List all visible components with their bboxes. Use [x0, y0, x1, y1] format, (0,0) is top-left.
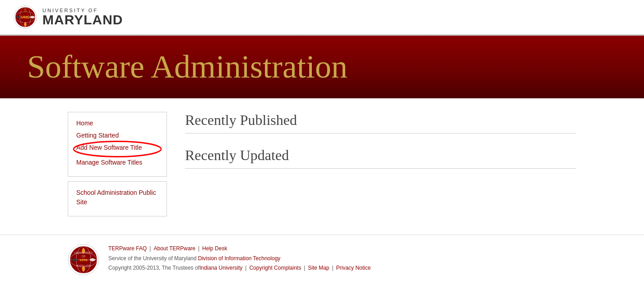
footer-copyright-complaints-link[interactable]: Copyright Complaints — [249, 263, 301, 273]
footer-sep-5: | — [332, 263, 334, 273]
footer-site-map-link[interactable]: Site Map — [308, 263, 329, 273]
umd-logo-icon: UMD — [14, 5, 37, 29]
footer-about-terpware-link[interactable]: About TERPware — [153, 244, 195, 254]
footer-copyright-text: Copyright 2005-2013, The Trustees of — [108, 263, 199, 273]
footer-indiana-link[interactable]: Indiana University — [199, 263, 242, 273]
recently-updated-section: Recently Updated — [185, 147, 576, 169]
footer-logo-icon: UNIVERSITY OF 1856 MARYLAND — [68, 244, 99, 276]
header: UMD UNIVERSITY OF MARYLAND — [0, 0, 644, 36]
sidebar: Home Getting Started Add New Software Ti… — [68, 112, 167, 221]
footer-sep-3: | — [245, 263, 246, 273]
nav-box-secondary: School Administration Public Site — [68, 181, 167, 216]
footer-copyright-line: Copyright 2005-2013, The Trustees of Ind… — [108, 263, 371, 273]
footer: UNIVERSITY OF 1856 MARYLAND TERPware FAQ… — [0, 234, 644, 285]
recently-published-title: Recently Published — [185, 112, 576, 133]
footer-service-line: Service of the University of Maryland Di… — [108, 254, 371, 264]
svg-text:MARYLAND: MARYLAND — [76, 264, 91, 267]
nav-home[interactable]: Home — [76, 119, 158, 128]
header-title-block: UNIVERSITY OF MARYLAND — [42, 8, 123, 27]
nav-manage-software[interactable]: Manage Software Titles — [76, 158, 158, 167]
footer-service-text: Service of the University of Maryland — [108, 255, 196, 262]
recently-updated-title: Recently Updated — [185, 147, 576, 169]
nav-add-new-software[interactable]: Add New Software Title — [76, 143, 142, 152]
footer-help-desk-link[interactable]: Help Desk — [202, 244, 227, 254]
footer-terpware-faq-link[interactable]: TERPware FAQ — [108, 244, 147, 254]
footer-links-row1: TERPware FAQ | About TERPware | Help Des… — [108, 244, 371, 254]
content-area: Recently Published Recently Updated — [185, 112, 576, 221]
footer-sep-1: | — [149, 244, 151, 254]
footer-division-it-link[interactable]: Division of Information Technology — [198, 255, 281, 262]
footer-sep-2: | — [198, 244, 199, 254]
header-maryland: MARYLAND — [42, 13, 123, 27]
svg-text:1856: 1856 — [79, 258, 88, 262]
svg-text:OF: OF — [81, 255, 86, 258]
banner: Software Administration — [0, 36, 644, 98]
svg-text:UMD: UMD — [21, 15, 30, 19]
footer-privacy-link[interactable]: Privacy Notice — [336, 263, 371, 273]
nav-getting-started[interactable]: Getting Started — [76, 131, 158, 140]
footer-sep-4: | — [304, 263, 305, 273]
recently-published-section: Recently Published — [185, 112, 576, 133]
nav-box-main: Home Getting Started Add New Software Ti… — [68, 112, 167, 177]
banner-title: Software Administration — [27, 48, 617, 86]
nav-school-admin[interactable]: School Administration Public Site — [76, 188, 158, 207]
main-content: Home Getting Started Add New Software Ti… — [0, 98, 644, 234]
logo-area: UMD UNIVERSITY OF MARYLAND — [14, 5, 123, 29]
footer-text-block: TERPware FAQ | About TERPware | Help Des… — [108, 244, 371, 273]
